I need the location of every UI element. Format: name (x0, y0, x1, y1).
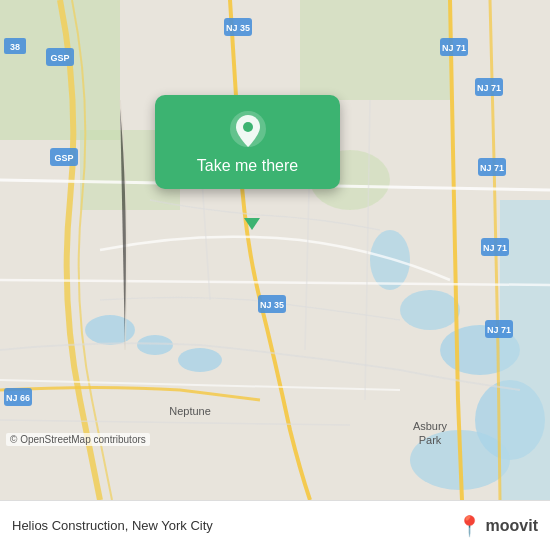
cta-card[interactable]: Take me there (155, 95, 340, 189)
svg-text:NJ 71: NJ 71 (477, 83, 501, 93)
svg-text:Park: Park (419, 434, 442, 446)
svg-text:NJ 66: NJ 66 (6, 393, 30, 403)
svg-line-16 (0, 420, 350, 425)
moovit-brand-text: moovit (486, 517, 538, 535)
svg-text:NJ 71: NJ 71 (483, 243, 507, 253)
svg-text:NJ 35: NJ 35 (260, 300, 284, 310)
svg-text:Neptune: Neptune (169, 405, 211, 417)
location-title: Helios Construction, New York City (12, 518, 213, 533)
svg-point-1 (137, 335, 173, 355)
svg-rect-11 (300, 0, 450, 100)
map-svg: NJ 35 NJ 35 NJ 71 NJ 71 NJ 71 NJ 71 NJ 7… (0, 0, 550, 500)
svg-text:38: 38 (10, 42, 20, 52)
svg-text:NJ 71: NJ 71 (442, 43, 466, 53)
svg-point-0 (85, 315, 135, 345)
svg-point-3 (370, 230, 410, 290)
location-pin-icon (228, 109, 268, 149)
svg-text:NJ 71: NJ 71 (480, 163, 504, 173)
svg-text:NJ 71: NJ 71 (487, 325, 511, 335)
bottom-bar: Helios Construction, New York City 📍 moo… (0, 500, 550, 550)
svg-text:NJ 35: NJ 35 (226, 23, 250, 33)
svg-text:Asbury: Asbury (413, 420, 448, 432)
map-container: NJ 35 NJ 35 NJ 71 NJ 71 NJ 71 NJ 71 NJ 7… (0, 0, 550, 500)
moovit-logo: 📍 moovit (457, 514, 538, 538)
svg-text:GSP: GSP (54, 153, 73, 163)
svg-text:GSP: GSP (50, 53, 69, 63)
cta-label: Take me there (197, 157, 298, 175)
svg-point-43 (243, 122, 253, 132)
moovit-pin-icon: 📍 (457, 514, 482, 538)
svg-point-4 (400, 290, 460, 330)
svg-rect-9 (0, 0, 120, 140)
svg-point-2 (178, 348, 222, 372)
map-pin-tail (244, 218, 260, 230)
svg-line-14 (0, 280, 550, 285)
osm-credit: © OpenStreetMap contributors (6, 433, 150, 446)
